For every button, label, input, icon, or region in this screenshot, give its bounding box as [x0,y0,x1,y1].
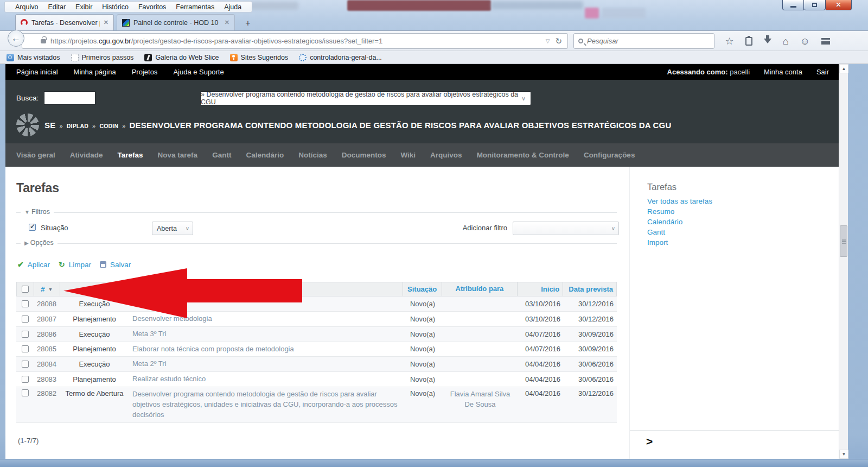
col-header-start[interactable]: Início [518,282,563,296]
bookmark-controladoria[interactable]: controladoria-geral-da... [299,54,382,61]
sidebar-collapse-button[interactable]: > [646,435,653,448]
site-search-input[interactable] [44,91,95,105]
bookmark-mais-visitados[interactable]: Mais visitados [7,54,60,61]
tab-nova-tarefa[interactable]: Nova tarefa [158,151,198,159]
tab-close-icon[interactable]: ✕ [225,19,229,26]
row-checkbox[interactable] [22,361,29,368]
breadcrumb-codin[interactable]: CODIN [99,123,118,129]
tab-painel-controle[interactable]: Painel de controle - HOD 10 ✕ [117,14,235,30]
tab-tarefas[interactable]: Tarefas - Desenvolver prog... ✕ [15,14,114,30]
search-input[interactable] [587,37,710,45]
row-checkbox[interactable] [22,389,29,396]
project-jump-select[interactable]: » Desenvolver programa contendo metodolo… [200,91,531,105]
sidebar-link-resumo[interactable]: Resumo [647,207,712,216]
topbar-minha-pagina[interactable]: Minha página [74,68,116,76]
menu-exibir[interactable]: Exibir [71,2,97,12]
menu-arquivo[interactable]: Arquivo [10,2,43,12]
menu-editar[interactable]: Editar [43,2,71,12]
select-all-checkbox[interactable] [22,286,29,293]
url-bar[interactable]: https://projetos.cgu.gov.br/projects/ges… [22,33,568,49]
sidebar-link-import[interactable]: Import [647,238,712,247]
tab-configuracoes[interactable]: Configurações [584,151,635,159]
hello-icon[interactable]: ☺ [800,36,810,46]
issue-id-link[interactable]: 28082 [34,387,60,400]
reading-list-icon[interactable] [745,37,752,46]
assignee-link[interactable]: Flavia Amaral Silva De Sousa [442,387,518,412]
issue-id-link[interactable]: 28083 [34,372,60,387]
sidebar-link-gantt[interactable]: Gantt [647,228,712,236]
minimize-button[interactable] [782,0,804,10]
bookmark-primeiros-passos[interactable]: Primeiros passos [71,54,134,61]
maximize-button[interactable] [804,0,826,10]
issue-id-link[interactable]: 28087 [34,312,60,326]
menu-hamburger-icon[interactable] [821,38,830,45]
topbar-pagina-inicial[interactable]: Página inicial [16,68,58,76]
home-icon[interactable]: ⌂ [783,36,789,46]
scroll-down-icon[interactable]: ▼ [839,450,848,459]
topbar-sair[interactable]: Sair [816,68,829,76]
menu-ferramentas[interactable]: Ferramentas [171,2,219,12]
new-tab-button[interactable]: + [240,16,256,30]
menu-historico[interactable]: Histórico [97,2,133,12]
menu-favoritos[interactable]: Favoritos [133,2,171,12]
topbar-minha-conta[interactable]: Minha conta [764,68,802,76]
apply-button[interactable]: Aplicar [28,261,50,269]
bookmark-sites-sugeridos[interactable]: Sites Sugeridos [230,54,289,61]
back-button[interactable]: ← [8,30,24,47]
web-slice-icon [144,54,152,61]
issue-subject-link[interactable]: Realizar estudo técnico [129,372,403,387]
add-filter-select[interactable]: ∨ [513,222,619,235]
row-checkbox[interactable] [22,315,29,323]
row-checkbox[interactable] [22,300,29,307]
menu-ajuda[interactable]: Ajuda [219,2,246,12]
row-checkbox[interactable] [22,331,29,338]
col-header-id[interactable]: #▼ [34,282,60,296]
col-header-assignee[interactable]: Atribuído para [442,282,518,296]
reload-icon[interactable]: ↻ [555,36,562,46]
status-filter-checkbox[interactable] [29,224,36,231]
scrollbar-thumb[interactable] [840,225,847,257]
topbar-projetos[interactable]: Projetos [132,68,158,76]
row-checkbox[interactable] [22,376,29,383]
downloads-icon[interactable] [764,39,771,47]
tab-arquivos[interactable]: Arquivos [430,151,462,159]
status-filter-select[interactable]: Aberta∨ [152,222,193,235]
tab-close-icon[interactable]: ✕ [104,19,108,26]
sidebar-link-ver-todas[interactable]: Ver todas as tarefas [647,197,712,205]
issue-id-link[interactable]: 28085 [34,342,60,357]
topbar-ajuda-suporte[interactable]: Ajuda e Suporte [173,68,224,76]
search-box[interactable] [573,33,714,49]
breadcrumb-se[interactable]: SE [44,121,55,130]
issue-id-link[interactable]: 28086 [34,327,60,342]
sidebar-link-calendario[interactable]: Calendário [647,218,712,226]
tab-gantt[interactable]: Gantt [212,151,231,159]
issue-subject-link[interactable]: Meta 2º Tri [129,357,403,371]
issue-id-link[interactable]: 28088 [34,296,60,311]
tab-wiki[interactable]: Wiki [400,151,416,159]
clear-button[interactable]: Limpar [69,261,91,269]
tab-noticias[interactable]: Notícias [298,151,327,159]
tab-atividade[interactable]: Atividade [70,151,103,159]
bookmark-galeria-web-slice[interactable]: Galeria do Web Slice [144,54,219,61]
issue-id-link[interactable]: 28084 [34,357,60,371]
issue-subject-link[interactable]: Meta 3º Tri [129,327,403,342]
save-button[interactable]: Salvar [110,261,131,269]
tab-tarefas-nav[interactable]: Tarefas [118,151,143,159]
tab-visao-geral[interactable]: Visão geral [16,151,55,159]
tab-calendario[interactable]: Calendário [246,151,284,159]
row-checkbox[interactable] [22,345,29,352]
scrollbar[interactable]: ▲ ▼ [839,64,848,459]
col-header-status[interactable]: Situação [403,282,442,296]
options-legend[interactable]: ▶Opções [21,239,58,247]
tab-documentos[interactable]: Documentos [342,151,386,159]
scroll-up-icon[interactable]: ▲ [839,64,848,73]
filters-legend[interactable]: ▼Filtros [21,208,54,216]
bookmark-star-icon[interactable]: ☆ [725,36,734,46]
close-button[interactable]: ✕ [826,0,852,10]
breadcrumb-diplad[interactable]: DIPLAD [67,123,88,129]
tab-monitoramento[interactable]: Monitoramento & Controle [477,151,569,159]
col-header-due[interactable]: Data prevista [563,282,616,296]
issue-subject-link[interactable]: Desenvolver programa contendo metodologi… [129,387,403,422]
issue-subject-link[interactable]: Elaborar nota técnica com proposta de me… [129,342,403,357]
urlbar-dropdown-icon[interactable]: ▽ [546,38,550,44]
